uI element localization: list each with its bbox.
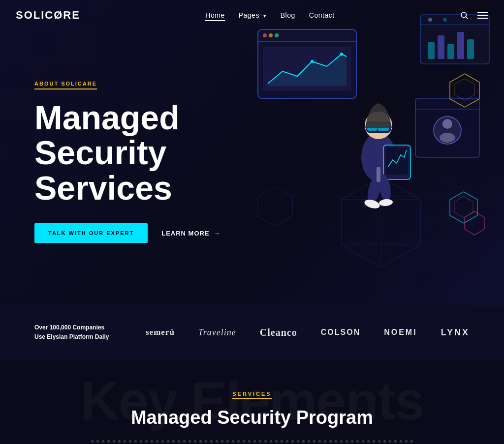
- svg-rect-52: [386, 148, 408, 175]
- decorative-dot: [291, 440, 294, 443]
- decorative-dot: [118, 440, 121, 443]
- decorative-dot: [243, 440, 245, 443]
- svg-rect-25: [457, 32, 464, 59]
- decorative-dot: [400, 440, 402, 443]
- decorative-dot: [205, 440, 207, 443]
- decorative-dot: [270, 440, 272, 443]
- decorative-dot: [248, 440, 251, 443]
- svg-rect-57: [377, 167, 380, 182]
- svg-line-5: [278, 138, 376, 197]
- client-logo-cleanco: Cleanco: [260, 327, 297, 338]
- decorative-dot: [145, 440, 148, 443]
- decorative-dot: [172, 440, 175, 443]
- hamburger-menu-icon[interactable]: [477, 11, 488, 19]
- learn-more-button[interactable]: LEARN MORE →: [161, 230, 220, 237]
- svg-line-8: [376, 197, 474, 256]
- decorative-dot: [329, 440, 332, 443]
- svg-marker-35: [455, 79, 474, 100]
- client-logo-traveline: Traveline: [198, 327, 236, 338]
- decorative-dot: [383, 440, 386, 443]
- decorative-dot: [394, 440, 397, 443]
- decorative-dot: [140, 440, 142, 443]
- decorative-dot: [113, 440, 115, 443]
- decorative-dot: [340, 440, 343, 443]
- nav-icons: [460, 11, 488, 20]
- svg-point-18: [311, 60, 314, 63]
- decorative-dot: [367, 440, 370, 443]
- decorative-dot: [96, 440, 99, 443]
- decorative-dot: [405, 440, 408, 443]
- brand-logo[interactable]: SOLICØRE: [16, 9, 80, 22]
- svg-point-0: [461, 12, 467, 18]
- decorative-dot: [237, 440, 240, 443]
- talk-expert-button[interactable]: TALK WITH OUR EXPERT: [34, 223, 148, 243]
- decorative-dot: [313, 440, 315, 443]
- svg-rect-24: [447, 44, 454, 59]
- nav-links: Home Pages ▾ Blog Contact: [205, 11, 334, 20]
- decorative-dot: [281, 440, 283, 443]
- decorative-dot: [378, 440, 380, 443]
- decorative-dot: [221, 440, 223, 443]
- decorative-dot: [318, 440, 321, 443]
- decorative-dot: [129, 440, 131, 443]
- nav-item-contact[interactable]: Contact: [309, 11, 335, 20]
- hero-title: Managed Security Services: [34, 100, 236, 206]
- client-logo-noemi: NOEMI: [384, 328, 417, 337]
- svg-marker-38: [465, 211, 484, 235]
- hero-content: ABOUT SOLICARE Managed Security Services…: [0, 39, 236, 272]
- svg-point-32: [442, 119, 452, 129]
- decorative-dot: [302, 440, 305, 443]
- client-logo-lynx: LYNX: [441, 327, 470, 338]
- svg-rect-22: [428, 42, 435, 59]
- decorative-dot: [275, 440, 278, 443]
- client-logo-semeru: semerü: [146, 327, 175, 337]
- search-icon[interactable]: [460, 11, 469, 20]
- decorative-dot: [183, 440, 186, 443]
- decorative-dot: [232, 440, 234, 443]
- clients-logos: semerü Traveline Cleanco COLSON NOEMI LY…: [118, 327, 470, 338]
- hero-illustration: [228, 0, 504, 305]
- decorative-dot: [226, 440, 229, 443]
- decorative-dot: [91, 440, 94, 443]
- decorative-dot: [362, 440, 364, 443]
- decorative-dot: [259, 440, 261, 443]
- decorative-dot: [389, 440, 391, 443]
- pages-dropdown-icon: ▾: [263, 13, 267, 19]
- decorative-dot: [107, 440, 110, 443]
- decorative-dot: [178, 440, 180, 443]
- decorative-dot: [351, 440, 353, 443]
- hero-section: ABOUT SOLICARE Managed Security Services…: [0, 0, 504, 305]
- nav-item-home[interactable]: Home: [205, 11, 224, 20]
- svg-rect-26: [467, 39, 474, 59]
- decorative-dot: [253, 440, 256, 443]
- decorative-dot: [346, 440, 348, 443]
- decorative-dot: [264, 440, 267, 443]
- svg-point-19: [340, 53, 343, 56]
- bottom-section-title: Managed Security Program: [34, 407, 470, 428]
- decorative-dot: [210, 440, 213, 443]
- decorative-dot: [167, 440, 169, 443]
- decorative-dot: [335, 440, 337, 443]
- decorative-dot: [151, 440, 153, 443]
- decorative-dot: [199, 440, 202, 443]
- nav-item-blog[interactable]: Blog: [281, 11, 295, 20]
- hero-cta: TALK WITH OUR EXPERT LEARN MORE →: [34, 223, 236, 243]
- svg-point-14: [269, 33, 273, 37]
- decorative-dot: [297, 440, 299, 443]
- decorative-dot: [373, 440, 375, 443]
- svg-point-13: [263, 33, 267, 37]
- clients-tagline: Over 100,000 Companies Use Elysian Platf…: [34, 323, 118, 342]
- decorative-dot: [356, 440, 359, 443]
- svg-rect-23: [438, 35, 444, 59]
- nav-item-pages[interactable]: Pages ▾: [239, 11, 267, 20]
- decorative-dot: [134, 440, 137, 443]
- decorative-dot: [156, 440, 158, 443]
- decorative-dot: [216, 440, 218, 443]
- main-nav: SOLICØRE Home Pages ▾ Blog Contact: [0, 0, 504, 30]
- svg-point-15: [275, 33, 279, 37]
- decorative-dot: [286, 440, 288, 443]
- bottom-section: Key Elements SERVICES Managed Security P…: [0, 359, 504, 444]
- decorative-dot: [189, 440, 191, 443]
- client-logo-colson: COLSON: [321, 328, 360, 337]
- decorative-dot: [161, 440, 164, 443]
